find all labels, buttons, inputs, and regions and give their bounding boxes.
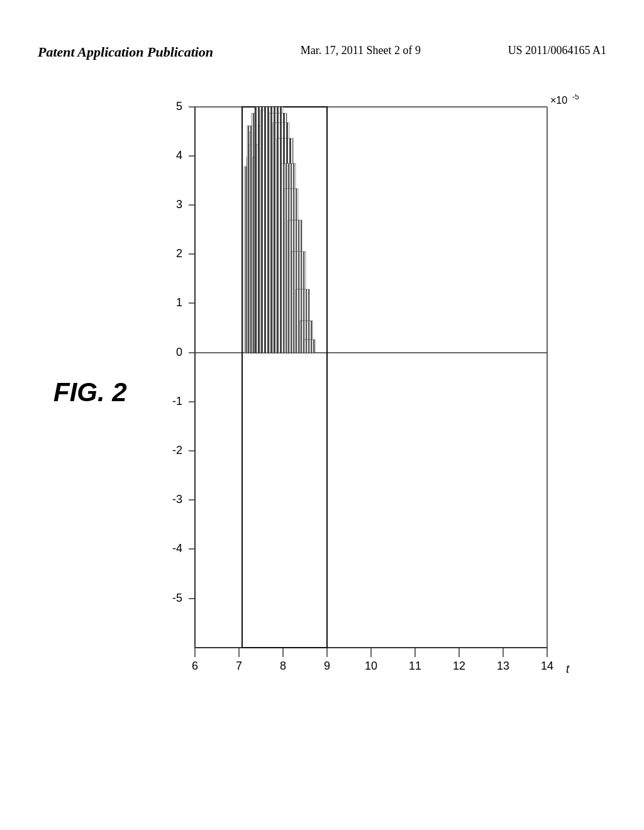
svg-text:×10: ×10	[550, 95, 567, 106]
svg-text:t: t	[566, 663, 570, 675]
chart-svg: 5 4 3 2 1 0 -1 -2 -3 -4 -5 6 7 8 9	[145, 94, 597, 723]
page: Patent Application Publication Mar. 17, …	[0, 0, 644, 830]
svg-text:5: 5	[176, 100, 182, 113]
svg-text:4: 4	[176, 149, 182, 162]
svg-text:1: 1	[176, 296, 182, 309]
svg-text:3: 3	[176, 198, 182, 211]
patent-number-label: US 2011/0064165 A1	[508, 44, 606, 57]
svg-text:2: 2	[176, 247, 182, 260]
svg-rect-74	[304, 340, 315, 353]
figure-label: FIG. 2	[53, 377, 127, 407]
svg-text:-4: -4	[172, 542, 182, 555]
svg-text:9: 9	[324, 660, 330, 672]
date-sheet-label: Mar. 17, 2011 Sheet 2 of 9	[301, 44, 421, 57]
svg-text:-1: -1	[172, 395, 182, 407]
header: Patent Application Publication Mar. 17, …	[0, 44, 644, 60]
publication-label: Patent Application Publication	[38, 44, 213, 60]
svg-text:10: 10	[365, 660, 377, 672]
svg-text:11: 11	[409, 660, 421, 672]
svg-text:6: 6	[192, 660, 198, 672]
svg-text:7: 7	[236, 660, 242, 672]
svg-text:0: 0	[176, 346, 182, 358]
svg-text:-3: -3	[172, 493, 182, 506]
svg-text:14: 14	[541, 660, 553, 672]
svg-text:-2: -2	[172, 444, 182, 456]
svg-text:-5: -5	[172, 592, 182, 604]
svg-text:8: 8	[280, 660, 286, 672]
svg-text:12: 12	[453, 660, 465, 672]
svg-text:-5: -5	[572, 94, 579, 101]
svg-text:13: 13	[497, 660, 509, 672]
